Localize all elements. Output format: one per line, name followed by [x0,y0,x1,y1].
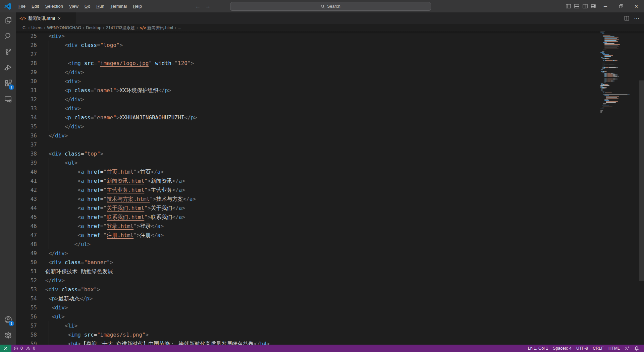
forward-arrow-icon[interactable]: → [205,3,211,9]
code-line[interactable]: 36 </div> [16,131,644,140]
menu-help[interactable]: Help [130,2,145,10]
breadcrumb-item[interactable]: Desktop [86,25,101,30]
line-number[interactable]: 30 [16,77,37,86]
code-line[interactable]: 49 </div> [16,249,644,258]
code-line[interactable]: 34 <p class="ename">XXHUANJINGBAOHUZUZHI… [16,113,644,122]
code-editor[interactable]: 25 <div>26 <div class="logo">2728 <img s… [16,32,644,345]
line-number[interactable]: 51 [16,267,37,276]
source-control-icon[interactable] [0,44,16,60]
line-number[interactable]: 28 [16,59,37,68]
code-line[interactable]: 43 <a href="技术与方案.html">技术与方案</a> [16,194,644,203]
code-line[interactable]: 28 <img src="images/logo.jpg" width="120… [16,59,644,68]
line-number[interactable]: 37 [16,140,37,149]
code-line[interactable]: 42 <a href="主营业务.html">主营业务</a> [16,185,644,194]
customize-layout-icon[interactable] [589,0,598,12]
line-number[interactable]: 39 [16,158,37,167]
code-line[interactable]: 54 <p>最新动态</p> [16,294,644,303]
remote-indicator[interactable] [0,345,11,352]
code-line[interactable]: 59 <h4>【喜迎二十大 奋进新时代】中国节能： 绘就新时代高质量发展绿色答卷… [16,339,644,345]
menu-go[interactable]: Go [82,2,93,10]
code-line[interactable]: 39 <ul> [16,158,644,167]
run-and-debug-icon[interactable] [0,60,16,75]
line-number[interactable]: 26 [16,41,37,50]
search-sidebar-icon[interactable] [0,28,16,44]
language-mode[interactable]: HTML [606,345,622,352]
minimap[interactable] [600,32,639,345]
line-number[interactable]: 49 [16,249,37,258]
code-line[interactable]: 40 <a href="首页.html">首页</a> [16,167,644,176]
encoding[interactable]: UTF-8 [574,345,590,352]
accounts-icon[interactable]: 1 [0,312,16,328]
line-number[interactable]: 43 [16,194,37,203]
line-number[interactable]: 40 [16,167,37,176]
line-number[interactable]: 25 [16,32,37,41]
command-center-search[interactable]: Search [230,2,431,11]
line-number[interactable]: 33 [16,104,37,113]
restore-button[interactable] [613,0,629,12]
line-number[interactable]: 52 [16,276,37,285]
breadcrumb-item[interactable]: 新闻资讯.html [147,25,173,31]
breadcrumb-item[interactable]: Users [32,25,43,30]
breadcrumb-item[interactable]: ... [178,25,181,30]
menu-terminal[interactable]: Terminal [107,2,130,10]
breadcrumb-item[interactable]: C: [22,25,27,30]
eol-sequence[interactable]: CRLF [590,345,606,352]
code-line[interactable]: 25 <div> [16,32,644,41]
toggle-secondary-sidebar-icon[interactable] [581,0,589,12]
line-number[interactable]: 27 [16,50,37,59]
line-number[interactable]: 36 [16,131,37,140]
code-line[interactable]: 37 [16,140,644,149]
code-line[interactable]: 46 <a href="登录.html">登录</a> [16,222,644,231]
line-number[interactable]: 59 [16,339,37,345]
line-number[interactable]: 56 [16,312,37,321]
code-line[interactable]: 27 [16,50,644,59]
line-number[interactable]: 46 [16,222,37,231]
menu-file[interactable]: File [15,2,29,10]
toggle-panel-icon[interactable] [573,0,581,12]
code-line[interactable]: 29 </div> [16,68,644,77]
code-line[interactable]: 55 <div> [16,303,644,312]
menu-selection[interactable]: Selection [42,2,66,10]
menu-view[interactable]: View [66,2,82,10]
code-line[interactable]: 26 <div class="logo"> [16,41,644,50]
tab-close-icon[interactable]: × [58,16,61,21]
code-line[interactable]: 51创新环保技术 助推绿色发展 [16,267,644,276]
back-arrow-icon[interactable]: ← [195,3,201,9]
remote-explorer-icon[interactable] [0,91,16,107]
extensions-icon[interactable]: 1 [0,75,16,91]
toggle-sidebar-icon[interactable] [564,0,573,12]
line-number[interactable]: 34 [16,113,37,122]
code-line[interactable]: 45 <a href="联系我们.html">联系我们</a> [16,213,644,222]
explorer-icon[interactable] [0,12,16,28]
line-number[interactable]: 35 [16,122,37,131]
line-number[interactable]: 45 [16,213,37,222]
breadcrumb-item[interactable]: 2141733温永超 [106,25,135,31]
line-number[interactable]: 38 [16,149,37,158]
more-actions-icon[interactable]: ⋯ [634,15,639,21]
line-number[interactable]: 41 [16,176,37,185]
feedback-icon[interactable] [622,345,632,352]
code-line[interactable]: 52</div> [16,276,644,285]
menu-edit[interactable]: Edit [29,2,42,10]
indentation-setting[interactable]: Spaces: 4 [550,345,574,352]
editor-scrollbar[interactable] [639,80,644,281]
minimize-button[interactable]: ─ [598,0,613,12]
line-number[interactable]: 44 [16,203,37,213]
problems-status[interactable]: 0 0 [11,345,38,352]
code-line[interactable]: 38 <div class="top"> [16,149,644,158]
line-number[interactable]: 32 [16,95,37,104]
line-number[interactable]: 42 [16,185,37,194]
code-line[interactable]: 31 <p class="name1">XX环境保护组织</p> [16,86,644,95]
code-line[interactable]: 48 </ul> [16,240,644,249]
line-number[interactable]: 58 [16,330,37,339]
line-number[interactable]: 54 [16,294,37,303]
code-line[interactable]: 30 <div> [16,77,644,86]
split-editor-icon[interactable] [624,16,629,21]
code-line[interactable]: 32 </div> [16,95,644,104]
line-number[interactable]: 53 [16,285,37,294]
menu-run[interactable]: Run [93,2,107,10]
tab-active[interactable]: </> 新闻资讯.html × [16,12,76,24]
settings-gear-icon[interactable] [0,328,16,343]
line-number[interactable]: 57 [16,321,37,330]
notifications-bell-icon[interactable] [632,345,641,352]
